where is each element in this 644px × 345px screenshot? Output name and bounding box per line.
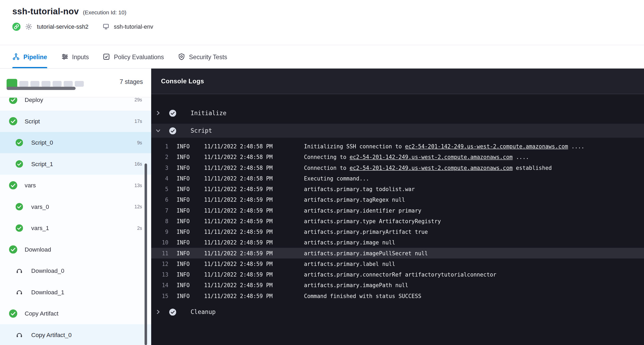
log-level: INFO — [177, 143, 204, 149]
console-body: Initialize Script 1INFO11/11/2022 2:48:5… — [151, 94, 644, 345]
progress-segment-todo — [64, 81, 73, 87]
gear-icon[interactable] — [25, 23, 32, 31]
log-section-cleanup[interactable]: Cleanup — [151, 305, 644, 319]
log-message: artifacts.primary.tagRegex null — [304, 197, 644, 203]
log-line-13[interactable]: 13INFO11/11/2022 2:48:59 PMartifacts.pri… — [151, 269, 644, 280]
log-message: artifacts.primary.label null — [304, 261, 644, 267]
chevron-down-icon[interactable] — [155, 128, 161, 134]
environment-name[interactable]: ssh-tutorial-env — [114, 23, 153, 30]
stage-label: Download_1 — [31, 289, 64, 296]
step-row-script-0[interactable]: Script_09s — [0, 132, 151, 153]
step-row-vars-1[interactable]: vars_12s — [0, 217, 151, 239]
tab-security-tests[interactable]: Security Tests — [178, 45, 227, 68]
line-number: 14 — [151, 282, 168, 288]
log-line-1[interactable]: 1INFO11/11/2022 2:48:58 PMInitializing S… — [151, 141, 644, 152]
execution-page: ssh-tutorial-nov (Execution Id: 10) tuto… — [0, 0, 644, 345]
line-number: 7 — [151, 207, 168, 213]
tab-policy-evaluations[interactable]: Policy Evaluations — [103, 45, 164, 68]
success-icon — [9, 309, 17, 318]
log-timestamp: 11/11/2022 2:48:59 PM — [204, 207, 304, 213]
step-row-download-0[interactable]: Download_0 — [0, 260, 151, 282]
security-icon — [178, 53, 185, 61]
progress-segment-todo — [75, 81, 84, 87]
line-number: 1 — [151, 143, 168, 149]
stage-duration: 29s — [134, 97, 142, 102]
log-level: INFO — [177, 154, 204, 160]
log-line-4[interactable]: 4INFO11/11/2022 2:48:58 PMExecuting comm… — [151, 173, 644, 184]
horizontal-scrollbar[interactable] — [7, 87, 76, 90]
progress-segment-todo — [31, 81, 40, 87]
log-line-6[interactable]: 6INFO11/11/2022 2:48:59 PMartifacts.prim… — [151, 194, 644, 205]
stage-duration: 17s — [134, 119, 142, 124]
log-message: Command finished with status SUCCESS — [304, 293, 644, 299]
log-timestamp: 11/11/2022 2:48:59 PM — [204, 282, 304, 288]
log-timestamp: 11/11/2022 2:48:58 PM — [204, 175, 304, 181]
log-line-11[interactable]: 11INFO11/11/2022 2:48:59 PMartifacts.pri… — [151, 248, 644, 258]
log-line-2[interactable]: 2INFO11/11/2022 2:48:58 PMConnecting to … — [151, 152, 644, 162]
step-icon — [16, 331, 23, 339]
pipeline-icon — [12, 53, 20, 61]
log-section-initialize[interactable]: Initialize — [151, 106, 644, 120]
log-message: artifacts.primary.type ArtifactoryRegist… — [304, 218, 644, 224]
line-number: 2 — [151, 154, 168, 160]
execution-id: (Execution Id: 10) — [83, 10, 127, 16]
log-line-12[interactable]: 12INFO11/11/2022 2:48:59 PMartifacts.pri… — [151, 258, 644, 269]
step-row-script-1[interactable]: Script_116s — [0, 153, 151, 175]
log-line-5[interactable]: 5INFO11/11/2022 2:48:59 PMartifacts.prim… — [151, 184, 644, 194]
log-timestamp: 11/11/2022 2:48:59 PM — [204, 229, 304, 235]
line-number: 10 — [151, 239, 168, 245]
log-line-9[interactable]: 9INFO11/11/2022 2:48:59 PMartifacts.prim… — [151, 226, 644, 237]
tab-pipeline[interactable]: Pipeline — [12, 45, 47, 68]
stage-label: Deploy — [25, 97, 43, 103]
log-line-7[interactable]: 7INFO11/11/2022 2:48:59 PMartifacts.prim… — [151, 205, 644, 216]
success-icon — [9, 117, 17, 125]
log-line-8[interactable]: 8INFO11/11/2022 2:48:59 PMartifacts.prim… — [151, 216, 644, 226]
log-link[interactable]: ec2-54-201-142-249.us-west-2.compute.ama… — [350, 165, 513, 171]
log-message: artifacts.primary.imagePullSecret null — [304, 250, 644, 256]
log-line-10[interactable]: 10INFO11/11/2022 2:48:59 PMartifacts.pri… — [151, 237, 644, 248]
tab-inputs[interactable]: Inputs — [61, 45, 89, 68]
log-message: Connection to ec2-54-201-142-249.us-west… — [304, 165, 644, 171]
stage-label: Copy Artifact — [25, 310, 58, 317]
log-line-3[interactable]: 3INFO11/11/2022 2:48:58 PMConnection to … — [151, 162, 644, 173]
log-message: Initializing SSH connection to ec2-54-20… — [304, 143, 644, 149]
log-lines: 1INFO11/11/2022 2:48:58 PMInitializing S… — [151, 141, 644, 301]
log-level: INFO — [177, 250, 204, 256]
chevron-right-icon[interactable] — [155, 110, 161, 116]
log-timestamp: 11/11/2022 2:48:58 PM — [204, 165, 304, 171]
stage-label: Script_1 — [31, 161, 53, 167]
stage-list: Deploy29sScript17sScript_09sScript_116sv… — [0, 89, 151, 345]
step-row-vars-0[interactable]: vars_012s — [0, 196, 151, 218]
log-level: INFO — [177, 229, 204, 235]
tab-bar: PipelineInputsPolicy EvaluationsSecurity… — [0, 45, 644, 68]
log-timestamp: 11/11/2022 2:48:59 PM — [204, 218, 304, 224]
success-icon — [9, 181, 17, 189]
log-line-15[interactable]: 15INFO11/11/2022 2:48:59 PMCommand finis… — [151, 291, 644, 301]
log-timestamp: 11/11/2022 2:48:59 PM — [204, 261, 304, 267]
service-name[interactable]: tutorial-service-ssh2 — [37, 23, 88, 30]
line-number: 9 — [151, 229, 168, 235]
success-icon — [169, 127, 176, 134]
log-level: INFO — [177, 218, 204, 224]
stage-row-script[interactable]: Script17s — [0, 111, 151, 132]
log-level: INFO — [177, 207, 204, 213]
section-title: Script — [191, 127, 212, 134]
log-line-14[interactable]: 14INFO11/11/2022 2:48:59 PMartifacts.pri… — [151, 280, 644, 291]
stage-label: vars — [25, 182, 36, 189]
step-row-download-1[interactable]: Download_1 — [0, 282, 151, 303]
tab-label: Security Tests — [189, 53, 227, 60]
stage-duration: 9s — [137, 140, 142, 145]
success-icon — [16, 139, 23, 146]
progress-segment-todo — [19, 81, 28, 87]
log-message: artifacts.primary.tag todolist.war — [304, 186, 644, 192]
log-section-script[interactable]: Script — [151, 124, 644, 138]
stage-row-copy-artifact[interactable]: Copy Artifact — [0, 303, 151, 324]
stage-row-vars[interactable]: vars13s — [0, 175, 151, 196]
step-row-copy-artifact-0[interactable]: Copy Artifact_0 — [0, 324, 151, 345]
log-link[interactable]: ec2-54-201-142-249.us-west-2.compute.ama… — [350, 154, 513, 160]
stage-row-download[interactable]: Download — [0, 239, 151, 260]
line-number: 3 — [151, 165, 168, 171]
log-link[interactable]: ec2-54-201-142-249.us-west-2.compute.ama… — [405, 143, 568, 149]
vertical-scrollbar[interactable] — [145, 163, 147, 345]
chevron-right-icon[interactable] — [155, 309, 161, 315]
